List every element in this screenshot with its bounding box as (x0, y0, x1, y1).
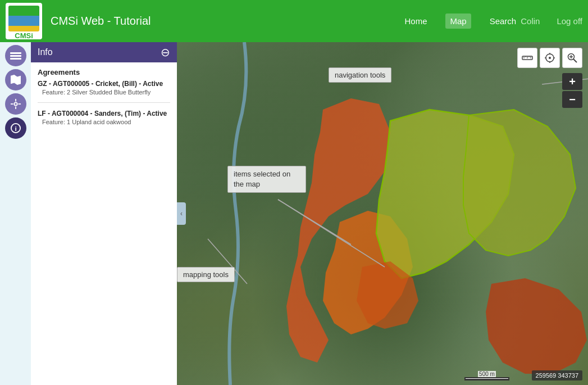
tools-button[interactable] (5, 93, 26, 115)
svg-point-25 (549, 57, 551, 59)
zoom-controls: + − (562, 73, 582, 108)
info-item-1[interactable]: GZ - AGT000005 - Cricket, (Bill) - Activ… (38, 80, 170, 103)
coordinates-display: 259569 343737 (532, 370, 582, 381)
scale-bar: 500 m (464, 371, 509, 381)
info-section-title: Agreements (38, 68, 170, 76)
map-area[interactable]: + − navigation tools items selected on t… (177, 42, 588, 385)
zoom-out-button[interactable]: − (562, 91, 582, 108)
info-minimize-button[interactable]: ⊖ (161, 47, 170, 58)
scale-label: 500 m (478, 371, 496, 377)
map-button[interactable] (5, 69, 26, 90)
app-header: CMSi CMSi Web - Tutorial Home Map Search… (0, 0, 588, 42)
info-panel-title: Info (38, 47, 53, 57)
svg-rect-0 (10, 52, 21, 54)
svg-line-17 (208, 239, 247, 284)
info-item-1-detail: Feature: 2 Silver Studded Blue Butterfly (42, 89, 170, 96)
main-layout: i Info ⊖ Agreements GZ - AGT000005 - Cri… (0, 42, 588, 385)
logoff-link[interactable]: Log off (557, 16, 582, 26)
info-item-2[interactable]: LF - AGT000004 - Sanders, (Tim) - Active… (38, 110, 170, 132)
user-area: Colin Log off (521, 16, 582, 26)
svg-line-31 (573, 59, 577, 62)
info-panel-header: Info ⊖ (31, 42, 177, 62)
info-panel-body: Agreements GZ - AGT000005 - Cricket, (Bi… (31, 62, 177, 385)
map-toolbar (517, 48, 582, 68)
svg-rect-2 (10, 58, 21, 60)
app-logo: CMSi (6, 3, 42, 39)
nav-home[interactable]: Home (400, 13, 431, 29)
nav-links: Home Map Search (400, 13, 521, 29)
location-button[interactable] (540, 48, 560, 68)
map-svg (177, 42, 588, 385)
zoom-search-button[interactable] (562, 48, 582, 68)
nav-map[interactable]: Map (445, 13, 471, 29)
svg-marker-3 (11, 75, 21, 85)
logo-text: CMSi (8, 31, 39, 39)
nav-search[interactable]: Search (485, 13, 521, 29)
zoom-in-button[interactable]: + (562, 73, 582, 90)
info-button[interactable]: i (5, 117, 26, 139)
svg-rect-1 (10, 55, 21, 57)
app-title: CMSi Web - Tutorial (51, 15, 400, 28)
user-name[interactable]: Colin (521, 16, 540, 26)
info-item-1-title: GZ - AGT000005 - Cricket, (Bill) - Activ… (38, 80, 170, 88)
svg-point-6 (14, 102, 17, 105)
info-item-2-detail: Feature: 1 Upland acid oakwood (42, 119, 170, 125)
sidebar: i (0, 42, 31, 385)
info-item-2-title: LF - AGT000004 - Sanders, (Tim) - Active (38, 110, 170, 117)
layers-button[interactable] (5, 45, 26, 66)
scale-line (464, 377, 509, 381)
panel-collapse-button[interactable]: ‹ (177, 202, 186, 225)
measure-button[interactable] (517, 48, 537, 68)
info-panel: Info ⊖ Agreements GZ - AGT000005 - Crick… (31, 42, 177, 385)
svg-text:i: i (15, 125, 16, 132)
